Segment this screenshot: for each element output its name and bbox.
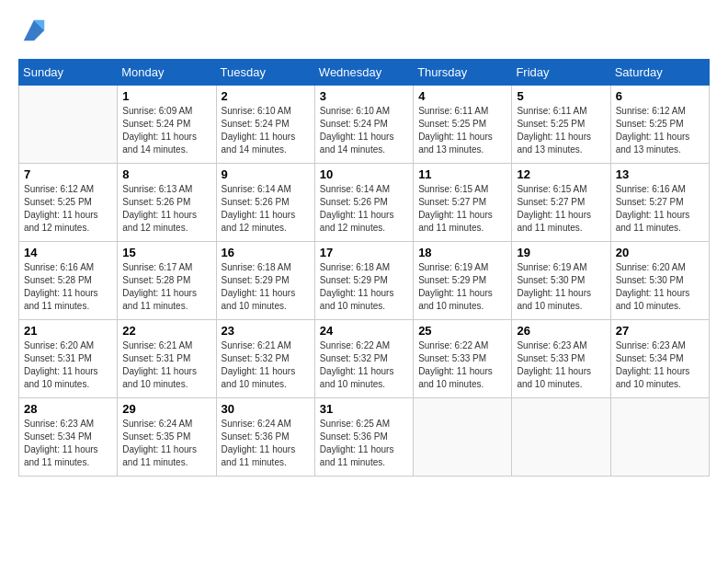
calendar-cell: 11Sunrise: 6:15 AM Sunset: 5:27 PM Dayli…	[414, 164, 512, 242]
day-number: 3	[320, 89, 408, 103]
cell-info: Sunrise: 6:25 AM Sunset: 5:36 PM Dayligh…	[320, 418, 408, 469]
cell-info: Sunrise: 6:12 AM Sunset: 5:25 PM Dayligh…	[616, 105, 704, 156]
cell-info: Sunrise: 6:15 AM Sunset: 5:27 PM Dayligh…	[517, 183, 605, 235]
logo	[18, 18, 48, 50]
cell-info: Sunrise: 6:18 AM Sunset: 5:29 PM Dayligh…	[222, 261, 310, 313]
calendar-cell: 28Sunrise: 6:23 AM Sunset: 5:34 PM Dayli…	[19, 398, 118, 477]
day-number: 16	[222, 246, 310, 259]
day-number: 23	[222, 324, 310, 338]
calendar-cell: 10Sunrise: 6:14 AM Sunset: 5:26 PM Dayli…	[314, 164, 413, 242]
day-number: 2	[222, 89, 310, 103]
day-number: 27	[616, 324, 704, 338]
weekday-header-tuesday: Tuesday	[216, 60, 314, 86]
day-number: 20	[616, 246, 704, 259]
calendar-cell: 27Sunrise: 6:23 AM Sunset: 5:34 PM Dayli…	[610, 320, 709, 398]
calendar-cell: 16Sunrise: 6:18 AM Sunset: 5:29 PM Dayli…	[216, 242, 314, 320]
cell-info: Sunrise: 6:20 AM Sunset: 5:30 PM Dayligh…	[616, 261, 704, 313]
logo-icon	[20, 17, 48, 44]
weekday-header-sunday: Sunday	[19, 60, 118, 86]
calendar-cell: 23Sunrise: 6:21 AM Sunset: 5:32 PM Dayli…	[216, 320, 314, 398]
calendar-week-row: 21Sunrise: 6:20 AM Sunset: 5:31 PM Dayli…	[19, 320, 710, 398]
calendar-cell: 25Sunrise: 6:22 AM Sunset: 5:33 PM Dayli…	[414, 320, 512, 398]
calendar-cell: 31Sunrise: 6:25 AM Sunset: 5:36 PM Dayli…	[314, 398, 413, 477]
day-number: 10	[320, 167, 408, 181]
day-number: 14	[24, 246, 112, 259]
day-number: 8	[122, 167, 210, 181]
cell-info: Sunrise: 6:17 AM Sunset: 5:28 PM Dayligh…	[122, 261, 210, 313]
calendar-cell	[610, 398, 709, 477]
day-number: 26	[517, 324, 605, 338]
calendar-cell: 2Sunrise: 6:10 AM Sunset: 5:24 PM Daylig…	[216, 86, 314, 164]
calendar-cell: 12Sunrise: 6:15 AM Sunset: 5:27 PM Dayli…	[512, 164, 610, 242]
calendar-cell: 6Sunrise: 6:12 AM Sunset: 5:25 PM Daylig…	[610, 86, 709, 164]
weekday-header-row: SundayMondayTuesdayWednesdayThursdayFrid…	[19, 60, 710, 86]
weekday-header-wednesday: Wednesday	[314, 60, 413, 86]
cell-info: Sunrise: 6:09 AM Sunset: 5:24 PM Dayligh…	[122, 105, 210, 156]
cell-info: Sunrise: 6:16 AM Sunset: 5:27 PM Dayligh…	[616, 183, 704, 235]
calendar-cell: 14Sunrise: 6:16 AM Sunset: 5:28 PM Dayli…	[19, 242, 118, 320]
calendar-cell: 26Sunrise: 6:23 AM Sunset: 5:33 PM Dayli…	[512, 320, 610, 398]
day-number: 31	[320, 402, 408, 416]
day-number: 17	[320, 246, 408, 259]
day-number: 30	[222, 402, 310, 416]
calendar-week-row: 14Sunrise: 6:16 AM Sunset: 5:28 PM Dayli…	[19, 242, 710, 320]
cell-info: Sunrise: 6:23 AM Sunset: 5:34 PM Dayligh…	[616, 339, 704, 391]
cell-info: Sunrise: 6:12 AM Sunset: 5:25 PM Dayligh…	[24, 183, 112, 235]
cell-info: Sunrise: 6:14 AM Sunset: 5:26 PM Dayligh…	[222, 183, 310, 235]
day-number: 29	[122, 402, 210, 416]
weekday-header-monday: Monday	[118, 60, 216, 86]
day-number: 19	[517, 246, 605, 259]
day-number: 6	[616, 89, 704, 103]
day-number: 11	[418, 167, 506, 181]
calendar-cell: 19Sunrise: 6:19 AM Sunset: 5:30 PM Dayli…	[512, 242, 610, 320]
cell-info: Sunrise: 6:24 AM Sunset: 5:35 PM Dayligh…	[122, 418, 210, 469]
cell-info: Sunrise: 6:19 AM Sunset: 5:29 PM Dayligh…	[418, 261, 506, 313]
calendar-cell: 8Sunrise: 6:13 AM Sunset: 5:26 PM Daylig…	[118, 164, 216, 242]
calendar-cell: 1Sunrise: 6:09 AM Sunset: 5:24 PM Daylig…	[118, 86, 216, 164]
day-number: 25	[418, 324, 506, 338]
calendar-cell: 4Sunrise: 6:11 AM Sunset: 5:25 PM Daylig…	[414, 86, 512, 164]
day-number: 22	[122, 324, 210, 338]
calendar-cell: 21Sunrise: 6:20 AM Sunset: 5:31 PM Dayli…	[19, 320, 118, 398]
weekday-header-thursday: Thursday	[414, 60, 512, 86]
page-header	[18, 18, 710, 50]
calendar-cell: 18Sunrise: 6:19 AM Sunset: 5:29 PM Dayli…	[414, 242, 512, 320]
cell-info: Sunrise: 6:23 AM Sunset: 5:34 PM Dayligh…	[24, 418, 112, 469]
weekday-header-friday: Friday	[512, 60, 610, 86]
day-number: 9	[222, 167, 310, 181]
cell-info: Sunrise: 6:11 AM Sunset: 5:25 PM Dayligh…	[418, 105, 506, 156]
cell-info: Sunrise: 6:20 AM Sunset: 5:31 PM Dayligh…	[24, 339, 112, 391]
day-number: 5	[517, 89, 605, 103]
calendar-cell: 29Sunrise: 6:24 AM Sunset: 5:35 PM Dayli…	[118, 398, 216, 477]
cell-info: Sunrise: 6:21 AM Sunset: 5:31 PM Dayligh…	[122, 339, 210, 391]
calendar-cell: 7Sunrise: 6:12 AM Sunset: 5:25 PM Daylig…	[19, 164, 118, 242]
calendar-cell	[19, 86, 118, 164]
calendar-week-row: 1Sunrise: 6:09 AM Sunset: 5:24 PM Daylig…	[19, 86, 710, 164]
calendar-cell: 20Sunrise: 6:20 AM Sunset: 5:30 PM Dayli…	[610, 242, 709, 320]
cell-info: Sunrise: 6:21 AM Sunset: 5:32 PM Dayligh…	[222, 339, 310, 391]
cell-info: Sunrise: 6:18 AM Sunset: 5:29 PM Dayligh…	[320, 261, 408, 313]
cell-info: Sunrise: 6:10 AM Sunset: 5:24 PM Dayligh…	[320, 105, 408, 156]
calendar-cell: 13Sunrise: 6:16 AM Sunset: 5:27 PM Dayli…	[610, 164, 709, 242]
calendar-week-row: 28Sunrise: 6:23 AM Sunset: 5:34 PM Dayli…	[19, 398, 710, 477]
cell-info: Sunrise: 6:16 AM Sunset: 5:28 PM Dayligh…	[24, 261, 112, 313]
calendar-table: SundayMondayTuesdayWednesdayThursdayFrid…	[18, 59, 710, 477]
calendar-cell: 15Sunrise: 6:17 AM Sunset: 5:28 PM Dayli…	[118, 242, 216, 320]
cell-info: Sunrise: 6:23 AM Sunset: 5:33 PM Dayligh…	[517, 339, 605, 391]
calendar-cell: 24Sunrise: 6:22 AM Sunset: 5:32 PM Dayli…	[314, 320, 413, 398]
day-number: 1	[122, 89, 210, 103]
cell-info: Sunrise: 6:22 AM Sunset: 5:32 PM Dayligh…	[320, 339, 408, 391]
day-number: 12	[517, 167, 605, 181]
calendar-cell	[414, 398, 512, 477]
day-number: 18	[418, 246, 506, 259]
calendar-cell: 30Sunrise: 6:24 AM Sunset: 5:36 PM Dayli…	[216, 398, 314, 477]
day-number: 7	[24, 167, 112, 181]
cell-info: Sunrise: 6:24 AM Sunset: 5:36 PM Dayligh…	[222, 418, 310, 469]
cell-info: Sunrise: 6:19 AM Sunset: 5:30 PM Dayligh…	[517, 261, 605, 313]
calendar-cell: 5Sunrise: 6:11 AM Sunset: 5:25 PM Daylig…	[512, 86, 610, 164]
cell-info: Sunrise: 6:14 AM Sunset: 5:26 PM Dayligh…	[320, 183, 408, 235]
calendar-cell: 3Sunrise: 6:10 AM Sunset: 5:24 PM Daylig…	[314, 86, 413, 164]
calendar-week-row: 7Sunrise: 6:12 AM Sunset: 5:25 PM Daylig…	[19, 164, 710, 242]
cell-info: Sunrise: 6:13 AM Sunset: 5:26 PM Dayligh…	[122, 183, 210, 235]
cell-info: Sunrise: 6:15 AM Sunset: 5:27 PM Dayligh…	[418, 183, 506, 235]
